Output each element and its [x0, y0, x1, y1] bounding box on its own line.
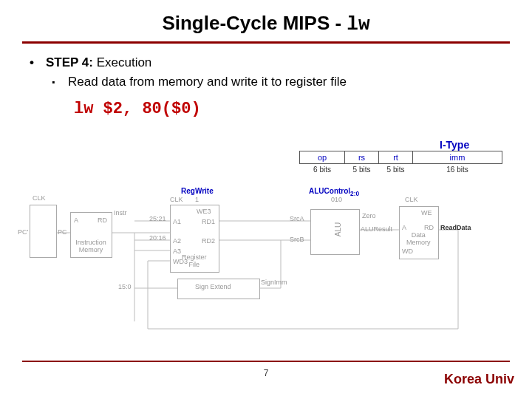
- pc-out: PC: [58, 228, 67, 236]
- imem-A: A: [74, 216, 78, 224]
- sub-marker: ▪: [52, 77, 68, 87]
- instruction-code: lw $2, 80($0): [74, 100, 532, 118]
- alucontrol-val: 010: [331, 196, 342, 203]
- slide-title: Single-Cycle MIPS - lw: [0, 12, 532, 35]
- itype-label: I-Type: [440, 139, 502, 151]
- dmem-RD: RD: [424, 224, 434, 231]
- itype-bits: 6 bits: [300, 164, 345, 176]
- itype-field: imm: [413, 151, 502, 164]
- title-prefix: Single-Cycle MIPS -: [162, 12, 347, 34]
- slice-imm: 15:0: [118, 283, 132, 290]
- rf-WE3: WE3: [197, 208, 211, 215]
- slice-lo: 20:16: [149, 234, 166, 242]
- bullet-text: STEP 4: Execution: [46, 55, 151, 70]
- pc-in: PC': [18, 228, 28, 236]
- clk-dmem: CLK: [405, 196, 418, 203]
- rf-A3: A3: [173, 248, 181, 255]
- rf-RD2: RD2: [202, 237, 215, 245]
- itype-field: rs: [345, 151, 379, 164]
- dmem-A: A: [402, 224, 406, 231]
- rf-A1: A1: [173, 218, 181, 225]
- srcA: SrcA: [290, 215, 304, 222]
- dmem-we: WE: [421, 209, 432, 216]
- regwrite: RegWrite: [181, 187, 214, 195]
- slice-hi: 25:21: [149, 215, 166, 222]
- hr-bottom: [22, 361, 510, 362]
- datapath-diagram: CLK PC' PC A RD Instruction Memory Instr…: [15, 188, 517, 344]
- readdata: ReadData: [440, 224, 471, 231]
- itype-bits: 5 bits: [345, 164, 379, 176]
- footer: Korea Univ: [444, 372, 514, 387]
- dmem-WD: WD: [402, 248, 413, 255]
- signext-label: Sign Extend: [195, 283, 231, 290]
- sub-bullet: ▪ Read data from memory and write it to …: [52, 75, 532, 89]
- bullet-area: • STEP 4: Execution ▪ Read data from mem…: [30, 55, 532, 89]
- dmem-label: Data Memory: [406, 231, 431, 246]
- clk-rf: CLK: [170, 196, 183, 203]
- imem-RD: RD: [98, 216, 107, 224]
- itype-field: rt: [379, 151, 413, 164]
- srcB: SrcB: [290, 236, 304, 243]
- page-number: 7: [264, 368, 269, 378]
- instr-label: Instr: [114, 209, 127, 216]
- clk-pc: CLK: [33, 194, 46, 202]
- sub-text: Read data from memory and write it to re…: [68, 75, 347, 89]
- title-code: lw: [347, 13, 369, 35]
- alu-label: ALU: [334, 222, 342, 236]
- regwrite-val: 1: [195, 196, 199, 203]
- zero: Zero: [362, 212, 376, 219]
- step-text: Execution: [93, 55, 151, 69]
- aluresult: ALUResult: [361, 225, 392, 233]
- itype-bits: 5 bits: [379, 164, 413, 176]
- bullet-step: • STEP 4: Execution: [30, 55, 532, 70]
- itype-table: oprsrtimm 6 bits5 bits5 bits16 bits: [299, 151, 502, 175]
- itype-format: I-Type oprsrtimm 6 bits5 bits5 bits16 bi…: [299, 139, 502, 175]
- rf-A2: A2: [173, 237, 181, 245]
- rf-RD1: RD1: [202, 218, 215, 225]
- rf-label: Register File: [182, 253, 207, 268]
- pc-reg: [30, 205, 57, 258]
- hr-top: [22, 41, 510, 44]
- signimm: SignImm: [261, 279, 287, 286]
- imem-label: Instruction Memory: [72, 239, 110, 253]
- bullet-marker: •: [30, 55, 46, 70]
- step-label: STEP 4:: [46, 55, 93, 69]
- itype-field: op: [300, 151, 345, 164]
- itype-bits: 16 bits: [413, 164, 502, 176]
